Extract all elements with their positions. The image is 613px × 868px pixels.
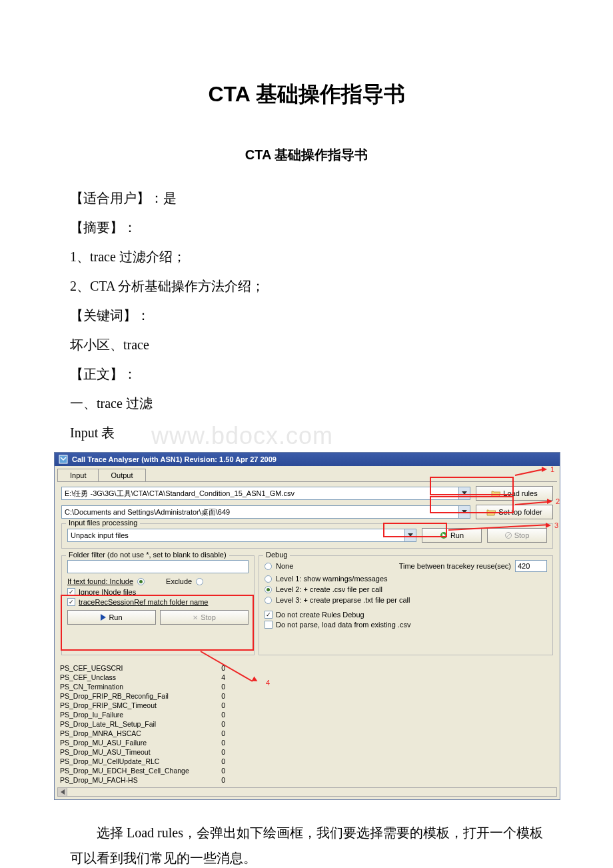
svg-line-3 xyxy=(506,533,510,537)
include-radio[interactable] xyxy=(137,578,145,585)
unpack-input[interactable] xyxy=(67,529,404,542)
play-icon xyxy=(101,614,106,621)
result-name: PS_Drop_MU_EDCH_Best_Cell_Change xyxy=(60,766,207,775)
result-name: PS_CN_Termination xyxy=(60,682,207,691)
app-icon xyxy=(59,455,68,464)
result-name: PS_Drop_MNRA_HSCAC xyxy=(60,729,207,738)
debug-legend: Debug xyxy=(263,551,290,559)
run-button-top[interactable]: Run xyxy=(422,528,482,543)
result-name: PS_Drop_FRIP_RB_Reconfig_Fail xyxy=(60,691,207,701)
tab-input[interactable]: Input xyxy=(57,469,99,481)
result-value: 0 xyxy=(207,663,225,673)
para-keywords: 坏小区、trace xyxy=(70,332,543,357)
para-keywords-heading: 【关键词】： xyxy=(70,303,543,328)
result-name: PS_CEF_UEGSCRI xyxy=(60,663,207,673)
rules-path-input[interactable] xyxy=(61,487,458,500)
unpack-combo[interactable] xyxy=(67,529,416,542)
debug-time-label: Time between tracekey reuse(sec) xyxy=(399,562,511,570)
debug-none-label: None xyxy=(276,562,293,570)
tracerec-checkbox[interactable]: ✓ xyxy=(67,598,75,606)
tab-output[interactable]: Output xyxy=(98,469,145,481)
set-top-folder-button[interactable]: Set top folder xyxy=(476,505,553,519)
dropdown-icon[interactable] xyxy=(458,505,470,519)
result-name: PS_Drop_MU_ASU_Failure xyxy=(60,738,207,747)
results-list: PS_CEF_UEGSCRIPS_CEF_UnclassPS_CN_Termin… xyxy=(55,661,560,787)
filter-text-input[interactable] xyxy=(67,560,249,573)
top-folder-combo[interactable] xyxy=(61,505,470,519)
result-value: 4 xyxy=(207,673,225,682)
result-name: PS_Drop_Iu_Failure xyxy=(60,710,207,719)
debug-none-radio[interactable] xyxy=(265,563,272,570)
no-parse-checkbox[interactable] xyxy=(265,621,273,629)
result-name: PS_Drop_FRIP_SMC_Timeout xyxy=(60,701,207,710)
result-name: PS_Drop_MU_CellUpdate_RLC xyxy=(60,757,207,766)
horizontal-scrollbar[interactable] xyxy=(57,787,557,797)
no-rules-debug-checkbox[interactable]: ✓ xyxy=(265,611,273,619)
para-body-heading: 【正文】： xyxy=(70,361,543,387)
result-value: 0 xyxy=(207,710,225,719)
dropdown-icon[interactable] xyxy=(458,487,470,500)
result-name: PS_CEF_Unclass xyxy=(60,673,207,682)
result-value: 0 xyxy=(207,757,225,766)
window-title: Call Trace Analyser (with ASN1) Revision… xyxy=(72,455,277,463)
para-user: 【适合用户】：是 xyxy=(70,185,543,211)
dropdown-icon[interactable] xyxy=(404,529,416,542)
result-value: 0 xyxy=(207,766,225,775)
app-screenshot: Call Trace Analyser (with ASN1) Revision… xyxy=(54,452,560,800)
result-value: 0 xyxy=(207,691,225,701)
result-value: 0 xyxy=(207,775,225,785)
para-after-screenshot: 选择 Load rules，会弹出如下绘画框，我们要选择需要的模板，打开一个模板… xyxy=(70,820,543,868)
tracekey-time-input[interactable] xyxy=(515,560,547,572)
debug-l3-label: Level 3: + create preparse .txt file per… xyxy=(276,596,410,604)
top-folder-input[interactable] xyxy=(61,505,458,519)
filter-exclude-label: Exclude xyxy=(166,577,192,585)
result-value: 0 xyxy=(207,747,225,757)
ignore-inode-checkbox[interactable]: ✓ xyxy=(67,588,75,596)
tracerec-label: traceRecSessionRef match folder name xyxy=(79,598,208,606)
debug-l1-label: Level 1: show warnings/messages xyxy=(276,575,388,583)
run-icon xyxy=(440,531,448,539)
para-summary-1: 1、trace 过滤介绍； xyxy=(70,244,543,269)
input-files-legend: Input files processing xyxy=(66,519,140,527)
debug-l1-radio[interactable] xyxy=(265,575,272,583)
no-rules-debug-label: Do not create Rules Debug xyxy=(276,611,364,619)
debug-l2-label: Level 2: + create .csv file per call xyxy=(276,585,382,593)
para-input-table: Input 表 xyxy=(70,425,115,440)
load-rules-button[interactable]: Load rules xyxy=(476,486,553,501)
sub-title: CTA 基础操作指导书 xyxy=(70,146,543,164)
result-value: 0 xyxy=(207,701,225,710)
stop-icon xyxy=(505,532,512,539)
run-button-bottom[interactable]: Run xyxy=(67,610,156,625)
para-section-1: 一、trace 过滤 xyxy=(70,391,543,416)
folder-open-icon xyxy=(486,508,496,516)
stop-button-top: Stop xyxy=(487,528,547,543)
result-name: PS_Drop_Late_RL_Setup_Fail xyxy=(60,719,207,729)
para-summary-heading: 【摘要】： xyxy=(70,215,543,240)
result-value: 0 xyxy=(207,682,225,691)
folder-filter-legend: Folder filter (do not use *, set to blan… xyxy=(66,551,229,559)
folder-open-icon xyxy=(491,489,500,497)
para-summary-2: 2、CTA 分析基础操作方法介绍； xyxy=(70,273,543,299)
filter-include-label: If text found: Include xyxy=(67,577,133,585)
rules-path-combo[interactable] xyxy=(61,487,470,500)
main-title: CTA 基础操作指导书 xyxy=(70,80,543,109)
stop-button-bottom: ✕ Stop xyxy=(160,610,249,625)
ignore-inode-label: Ignore INode files xyxy=(79,588,136,596)
result-name: PS_Drop_MU_FACH-HS xyxy=(60,775,207,785)
no-parse-label: Do not parse, load data from existing .c… xyxy=(276,621,410,629)
window-title-bar: Call Trace Analyser (with ASN1) Revision… xyxy=(55,453,560,466)
scroll-left-icon[interactable] xyxy=(58,788,67,796)
debug-l3-radio[interactable] xyxy=(265,597,272,604)
exclude-radio[interactable] xyxy=(196,578,203,585)
result-value: 0 xyxy=(207,729,225,738)
result-name: PS_Drop_MU_ASU_Timeout xyxy=(60,747,207,757)
result-value: 0 xyxy=(207,719,225,729)
debug-l2-radio[interactable] xyxy=(265,586,272,593)
result-value: 0 xyxy=(207,738,225,747)
